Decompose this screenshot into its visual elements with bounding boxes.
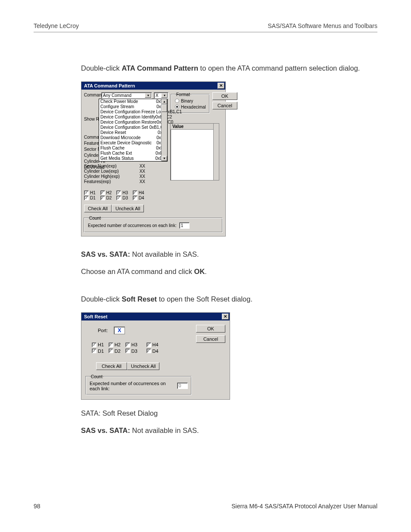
page-footer: 98 Sierra M6-4 SAS/SATA Protocol Analyze… bbox=[34, 503, 377, 510]
checkbox-h2[interactable]: ✓H2 bbox=[109, 342, 121, 347]
count-group: Count Expected number of occurrences on … bbox=[86, 374, 192, 395]
soft-caption: SATA: Soft Reset Dialog bbox=[81, 408, 377, 419]
ok-button[interactable]: OK bbox=[212, 92, 237, 100]
check-all-button[interactable]: Check All bbox=[84, 205, 112, 212]
uncheck-all-button[interactable]: Uncheck All bbox=[112, 205, 144, 212]
checkbox-d4[interactable]: ✓D4 bbox=[133, 196, 144, 200]
text: Not available in SAS. bbox=[130, 250, 199, 258]
text: Not available in SAS. bbox=[130, 426, 199, 434]
checkbox-h3[interactable]: ✓H3 bbox=[116, 190, 128, 195]
checkbox-d1[interactable]: ✓D1 bbox=[84, 196, 96, 200]
value-listbox[interactable]: Value bbox=[170, 123, 219, 180]
checkbox-h3[interactable]: ✓H3 bbox=[125, 342, 137, 347]
dropdown-scrollbar[interactable]: ▲ ▼ bbox=[161, 99, 167, 161]
check-all-button[interactable]: Check All bbox=[96, 362, 127, 370]
checkbox-d2[interactable]: ✓D2 bbox=[109, 348, 121, 354]
text: Double-click bbox=[81, 295, 121, 303]
command-value: Any Command bbox=[103, 93, 131, 98]
cancel-button[interactable]: Cancel bbox=[196, 335, 225, 343]
intro-paragraph: Double-click ATA Command Pattern to open… bbox=[81, 63, 377, 74]
format-legend: Format bbox=[175, 92, 191, 97]
choose-paragraph: Choose an ATA command and click OK. bbox=[81, 267, 377, 277]
count-group: Count Expected number of occurrences on … bbox=[84, 216, 223, 233]
ok-button[interactable]: OK bbox=[196, 325, 225, 333]
checkbox-h2[interactable]: ✓H2 bbox=[100, 190, 112, 195]
count-label: Expected number of occurrences on each l… bbox=[90, 381, 174, 391]
count-legend: Count bbox=[88, 216, 102, 221]
checkbox-d3[interactable]: ✓D3 bbox=[116, 196, 128, 200]
text-bold: SAS vs. SATA: bbox=[81, 426, 130, 434]
count-input[interactable]: 0 bbox=[177, 383, 188, 389]
page-content: Double-click ATA Command Pattern to open… bbox=[34, 63, 377, 436]
soft-reset-dialog: Soft Reset ✕ Port: X ✓H1 ✓H2 ✓H3 ✓H4 bbox=[81, 312, 230, 400]
value-header: Value bbox=[171, 124, 219, 130]
text: to open the Soft Reset dialog. bbox=[157, 295, 252, 303]
dialog-title: Soft Reset bbox=[84, 314, 107, 319]
command-combo[interactable]: Any Command bbox=[101, 92, 152, 99]
count-input[interactable]: 1 bbox=[179, 222, 190, 229]
checkbox-h4[interactable]: ✓H4 bbox=[146, 342, 159, 347]
text-bold: OK bbox=[194, 268, 205, 275]
soft-intro-paragraph: Double-click Soft Reset to open the Soft… bbox=[81, 294, 377, 305]
header-left: Teledyne LeCroy bbox=[34, 22, 79, 29]
command-code: X bbox=[156, 93, 159, 98]
sas-note: SAS vs. SATA: Not available in SAS. bbox=[81, 249, 377, 260]
header-right: SAS/SATA Software Menus and Toolbars bbox=[268, 22, 377, 29]
text: . bbox=[205, 268, 207, 275]
cancel-button[interactable]: Cancel bbox=[212, 102, 237, 109]
dialog-titlebar[interactable]: ATA Command Pattern ✕ bbox=[81, 82, 225, 90]
command-code-combo[interactable]: X bbox=[154, 92, 168, 99]
port-label: Port: bbox=[98, 328, 108, 333]
format-hex-radio[interactable]: Hexadecimal bbox=[175, 105, 206, 109]
text-bold: SAS vs. SATA: bbox=[81, 250, 130, 258]
checkbox-d3[interactable]: ✓D3 bbox=[125, 348, 137, 354]
count-label: Expected number of occurrences on each l… bbox=[88, 223, 177, 228]
checkbox-d1[interactable]: ✓D1 bbox=[92, 348, 104, 354]
checkbox-h4[interactable]: ✓H4 bbox=[133, 190, 144, 195]
page-header: Teledyne LeCroy SAS/SATA Software Menus … bbox=[34, 22, 377, 32]
dialog-titlebar[interactable]: Soft Reset ✕ bbox=[81, 313, 230, 320]
text-bold: Soft Reset bbox=[121, 295, 157, 303]
close-icon[interactable]: ✕ bbox=[218, 83, 224, 89]
checkbox-h1[interactable]: ✓H1 bbox=[92, 342, 104, 347]
text: Double-click bbox=[81, 64, 121, 72]
checkbox-d4[interactable]: ✓D4 bbox=[146, 348, 159, 354]
port-input[interactable]: X bbox=[114, 327, 125, 334]
command-dropdown-list[interactable]: Check Power Mode0xE5 Configure Stream0x5… bbox=[99, 99, 168, 162]
ata-port-checkboxes: ✓H1 ✓H2 ✓H3 ✓H4 ✓D1 ✓D2 ✓D3 ✓D4 bbox=[84, 190, 223, 200]
value-scrollbar[interactable] bbox=[213, 124, 219, 180]
checkbox-h1[interactable]: ✓H1 bbox=[84, 190, 96, 195]
sas-note-2: SAS vs. SATA: Not available in SAS. bbox=[81, 426, 377, 436]
soft-port-checkboxes: ✓H1 ✓H2 ✓H3 ✓H4 ✓D1 ✓D2 ✓D3 ✓D4 bbox=[86, 339, 192, 359]
page-number: 98 bbox=[34, 503, 40, 510]
ata-command-pattern-dialog: ATA Command Pattern ✕ Command: Show R Co… bbox=[81, 81, 226, 236]
manual-title: Sierra M6-4 SAS/SATA Protocol Analyzer U… bbox=[231, 503, 377, 510]
checkbox-d2[interactable]: ✓D2 bbox=[100, 196, 112, 200]
close-icon[interactable]: ✕ bbox=[222, 314, 229, 320]
uncheck-all-button[interactable]: Uncheck All bbox=[127, 362, 159, 370]
format-binary-radio[interactable]: Binary bbox=[175, 99, 193, 103]
text: Choose an ATA command and click bbox=[81, 268, 194, 275]
count-legend: Count bbox=[90, 374, 104, 379]
dialog-title: ATA Command Pattern bbox=[84, 83, 135, 88]
text-bold: ATA Command Pattern bbox=[121, 64, 198, 72]
text: to open the ATA command pattern selectio… bbox=[198, 64, 360, 72]
